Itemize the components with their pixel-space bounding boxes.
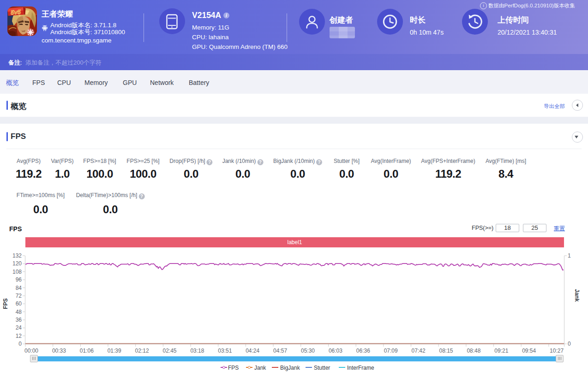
svg-text:0: 0 — [568, 341, 571, 347]
svg-text:72: 72 — [16, 293, 22, 299]
svg-text:12: 12 — [16, 333, 22, 339]
svg-text:07:42: 07:42 — [412, 348, 426, 354]
svg-text:04:24: 04:24 — [246, 348, 259, 354]
svg-text:120: 120 — [12, 260, 22, 267]
svg-text:84: 84 — [16, 285, 22, 291]
svg-text:03:51: 03:51 — [218, 348, 232, 354]
svg-text:02:45: 02:45 — [162, 348, 176, 354]
svg-text:5v5: 5v5 — [11, 8, 21, 16]
svg-text:06:36: 06:36 — [356, 348, 370, 354]
svg-text:09:54: 09:54 — [522, 348, 536, 354]
svg-text:132: 132 — [12, 252, 22, 259]
svg-text:36: 36 — [16, 317, 22, 323]
svg-text:00:33: 00:33 — [52, 348, 66, 354]
svg-text:07:09: 07:09 — [384, 348, 398, 354]
svg-text:02:12: 02:12 — [135, 348, 149, 354]
svg-text:01:39: 01:39 — [108, 348, 121, 354]
svg-text:FPS: FPS — [2, 298, 9, 309]
svg-text:1: 1 — [568, 252, 571, 259]
svg-text:24: 24 — [16, 324, 22, 331]
svg-text:04:57: 04:57 — [273, 348, 287, 354]
svg-text:00:00: 00:00 — [24, 348, 38, 354]
svg-text:08:15: 08:15 — [439, 348, 453, 354]
svg-text:03:18: 03:18 — [190, 348, 204, 354]
svg-text:Jank: Jank — [574, 289, 580, 302]
svg-text:09:21: 09:21 — [494, 348, 508, 354]
svg-text:96: 96 — [16, 276, 22, 283]
svg-text:01:06: 01:06 — [80, 348, 94, 354]
svg-text:05:30: 05:30 — [301, 348, 315, 354]
svg-text:60: 60 — [16, 300, 22, 307]
svg-text:108: 108 — [12, 269, 22, 275]
svg-text:0: 0 — [18, 341, 22, 347]
svg-text:48: 48 — [16, 309, 22, 315]
svg-text:06:03: 06:03 — [329, 348, 342, 354]
svg-text:08:48: 08:48 — [467, 348, 480, 354]
svg-text:10:27: 10:27 — [550, 348, 564, 354]
